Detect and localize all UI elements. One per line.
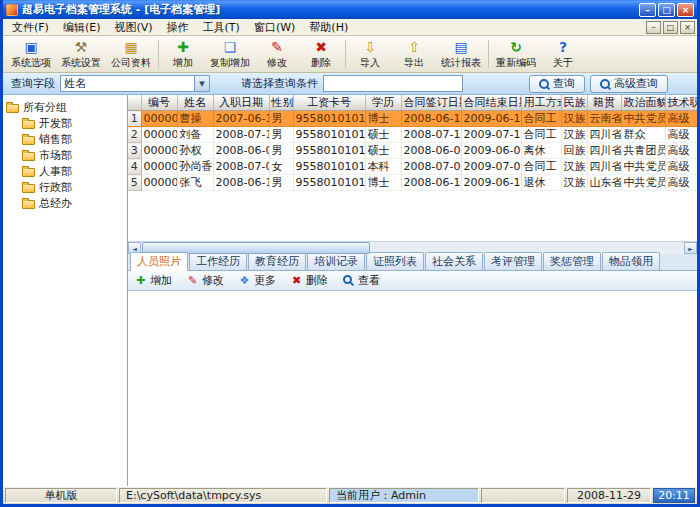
table-cell: 2008-07-01: [401, 159, 461, 175]
chevron-down-icon[interactable]: ▼: [194, 76, 209, 91]
table-cell: 955801010111: [293, 159, 365, 175]
detail-tab[interactable]: 教育经历: [248, 252, 306, 270]
menu-item[interactable]: 工具(T): [196, 19, 247, 36]
toolbar-report-button[interactable]: 统计报表: [436, 37, 486, 71]
menu-item[interactable]: 视图(V): [107, 19, 159, 36]
report-icon: [451, 39, 471, 56]
toolbar-company-button[interactable]: 公司资料: [106, 37, 156, 71]
toolbar-about-button[interactable]: 关于: [541, 37, 585, 71]
tree-item[interactable]: 行政部: [22, 179, 124, 195]
query-field-select[interactable]: 姓名 ▼: [60, 75, 210, 92]
folder-icon: [22, 168, 35, 177]
tree-item[interactable]: 销售部: [22, 131, 124, 147]
detail-more-button[interactable]: 更多: [238, 273, 276, 288]
button-label: 查看: [358, 273, 380, 288]
table-row[interactable]: 3000003孙权2008-06-02男955801010111硕士2008-0…: [128, 143, 697, 159]
horizontal-scrollbar[interactable]: ◄ ►: [128, 241, 697, 254]
menu-item[interactable]: 编辑(E): [56, 19, 108, 36]
table-cell: 中共党员: [621, 175, 665, 191]
table-cell: 2009-07-11: [461, 127, 521, 143]
detail-tab[interactable]: 奖惩管理: [543, 252, 601, 270]
detail-tab[interactable]: 物品领用: [602, 252, 660, 270]
detail-tab[interactable]: 人员照片: [130, 252, 188, 271]
toolbar-edit-button[interactable]: 修改: [255, 37, 299, 71]
grid-header-cell[interactable]: 合同签订日期: [401, 95, 461, 111]
toolbar-import-button[interactable]: 导入: [348, 37, 392, 71]
grid-header-cell[interactable]: 性别: [269, 95, 293, 111]
toolbar-options-button[interactable]: 系统选项: [6, 37, 56, 71]
window-title: 超易电子档案管理系统 - [电子档案管理]: [22, 2, 637, 17]
grid-header-cell[interactable]: 技术职称: [665, 95, 697, 111]
detail-tab[interactable]: 培训记录: [307, 252, 365, 270]
table-row[interactable]: 4000004孙尚香2008-07-01女955801010111本科2008-…: [128, 159, 697, 175]
detail-toolbar: 增加修改更多删除查看: [128, 271, 697, 291]
detail-tab[interactable]: 社会关系: [425, 252, 483, 270]
search-button[interactable]: 查询: [529, 75, 585, 93]
mdi-close-button[interactable]: ×: [680, 21, 695, 34]
toolbar-recode-button[interactable]: 重新编码: [491, 37, 541, 71]
detail-delete-button[interactable]: 删除: [290, 273, 328, 288]
row-selector[interactable]: 5: [128, 175, 141, 191]
toolbar-settings-button[interactable]: 系统设置: [56, 37, 106, 71]
mdi-minimize-button[interactable]: –: [646, 21, 661, 34]
mdi-restore-button[interactable]: □: [663, 21, 678, 34]
tree-root-item[interactable]: 所有分组: [6, 99, 124, 115]
advanced-search-button[interactable]: 高级查询: [590, 75, 668, 93]
close-button[interactable]: ×: [677, 3, 694, 17]
maximize-button[interactable]: □: [658, 3, 675, 17]
toolbar-delete-button[interactable]: 删除: [299, 37, 343, 71]
row-selector[interactable]: 4: [128, 159, 141, 175]
toolbar-button-label: 导出: [404, 56, 424, 70]
grid-header-cell[interactable]: 用工方式: [521, 95, 561, 111]
tree-item[interactable]: 开发部: [22, 115, 124, 131]
grid-header-cell[interactable]: 学历: [365, 95, 401, 111]
detail-tab[interactable]: 工作经历: [189, 252, 247, 270]
menu-item[interactable]: 窗口(W): [247, 19, 302, 36]
tree-item[interactable]: 市场部: [22, 147, 124, 163]
table-row[interactable]: 2000002刘备2008-07-11男955801010111硕士2008-0…: [128, 127, 697, 143]
toolbar-export-button[interactable]: 导出: [392, 37, 436, 71]
table-cell: 中共党员: [621, 111, 665, 127]
table-row[interactable]: 5000005张飞2008-06-18男955801010116博士2008-0…: [128, 175, 697, 191]
table-cell: 四川省: [587, 143, 621, 159]
grid-header-cell[interactable]: 编号: [141, 95, 177, 111]
grid-header-cell[interactable]: 合同结束日期: [461, 95, 521, 111]
detail-tab[interactable]: 证照列表: [366, 252, 424, 270]
detail-view-button[interactable]: 查看: [342, 273, 380, 288]
table-row[interactable]: 1000001曹操2007-06-13男955801010111博士2008-0…: [128, 111, 697, 127]
grid-header-cell[interactable]: 工资卡号: [293, 95, 365, 111]
table-cell: 2008-06-02: [213, 143, 269, 159]
tree-item[interactable]: 总经办: [22, 195, 124, 211]
minimize-button[interactable]: –: [639, 3, 656, 17]
tree-item[interactable]: 人事部: [22, 163, 124, 179]
grid-header-cell[interactable]: 籍贯: [587, 95, 621, 111]
grid-header-cell[interactable]: 政治面貌: [621, 95, 665, 111]
grid-header-cell[interactable]: 入职日期: [213, 95, 269, 111]
toolbar-add-button[interactable]: 增加: [161, 37, 205, 71]
table-cell: 离休: [521, 143, 561, 159]
tree-root-label: 所有分组: [23, 100, 67, 115]
options-icon: [21, 39, 41, 56]
app-window: 超易电子档案管理系统 - [电子档案管理] – □ × 文件(F)编辑(E)视图…: [0, 0, 700, 507]
row-selector[interactable]: 3: [128, 143, 141, 159]
table-cell: 硕士: [365, 127, 401, 143]
scrollbar-track[interactable]: [141, 242, 684, 254]
detail-add-button[interactable]: 增加: [134, 273, 172, 288]
menu-item[interactable]: 文件(F): [5, 19, 56, 36]
menu-item[interactable]: 帮助(H): [302, 19, 355, 36]
toolbar-button-label: 关于: [553, 56, 573, 70]
table-cell: 2008-06-18: [213, 175, 269, 191]
query-condition-input[interactable]: [323, 75, 463, 92]
row-selector[interactable]: 2: [128, 127, 141, 143]
scroll-right-icon[interactable]: ►: [684, 242, 697, 254]
menu-item[interactable]: 操作: [160, 19, 196, 36]
toolbar-copy-add-button[interactable]: 复制增加: [205, 37, 255, 71]
delete-icon: [290, 274, 303, 287]
detail-edit-button[interactable]: 修改: [186, 273, 224, 288]
toolbar-button-label: 删除: [311, 56, 331, 70]
grid-header-cell[interactable]: 姓名: [177, 95, 213, 111]
detail-tab[interactable]: 考评管理: [484, 252, 542, 270]
grid-header-cell[interactable]: 民族: [561, 95, 587, 111]
table-cell: 男: [269, 111, 293, 127]
row-selector[interactable]: 1: [128, 111, 141, 127]
